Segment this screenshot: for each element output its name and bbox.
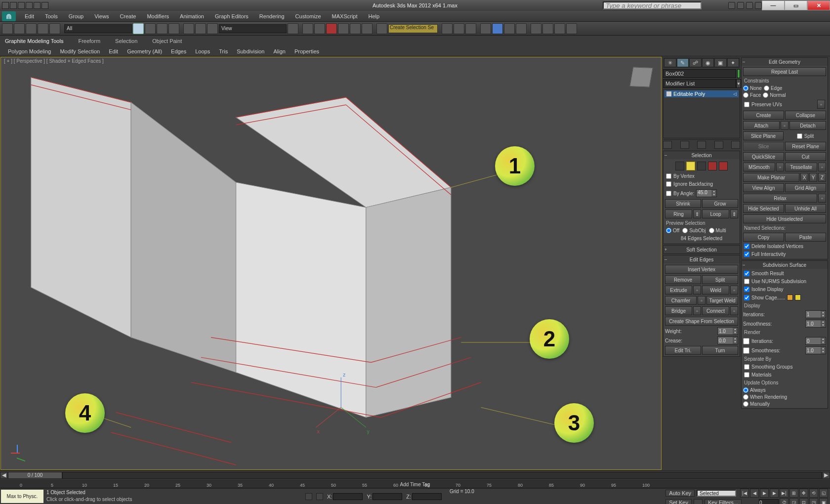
- menu-modifiers[interactable]: Modifiers: [142, 12, 174, 20]
- align-icon[interactable]: [454, 23, 464, 34]
- prev-frame-icon[interactable]: ◀: [750, 489, 759, 498]
- render-iter-spinner[interactable]: [806, 337, 821, 344]
- redo-icon[interactable]: [14, 23, 25, 34]
- loop-button[interactable]: Loop: [702, 210, 729, 218]
- qat-redo-icon[interactable]: [34, 2, 41, 9]
- key-filters-button[interactable]: Key Filters...: [705, 499, 742, 504]
- radio-update-always[interactable]: Always: [743, 387, 826, 393]
- menu-help[interactable]: Help: [364, 12, 385, 20]
- subobj-polygon-icon[interactable]: [708, 162, 717, 170]
- connect-settings-icon[interactable]: ▫: [730, 306, 738, 315]
- check-ignore-backfacing[interactable]: Ignore Backfacing: [665, 181, 738, 187]
- object-color-swatch[interactable]: [737, 69, 740, 78]
- qat-undo-icon[interactable]: [26, 2, 33, 9]
- insert-vertex-button[interactable]: Insert Vertex: [665, 265, 738, 274]
- check-sep-smoothing[interactable]: Smoothing Groups: [743, 364, 826, 370]
- chamfer-button[interactable]: Chamfer: [665, 296, 697, 305]
- ribbon-tab-freeform[interactable]: Freeform: [78, 38, 100, 44]
- coord-z-field[interactable]: [412, 493, 442, 500]
- key-big-icon[interactable]: [694, 499, 703, 504]
- rollout-soft-selection[interactable]: +Soft Selection: [663, 245, 740, 254]
- ribbon-sub-edges[interactable]: Edges: [168, 48, 189, 55]
- crease-spinner[interactable]: [718, 337, 733, 344]
- curve-editor-icon[interactable]: [492, 23, 503, 34]
- minimize-button[interactable]: —: [762, 0, 785, 10]
- subobj-element-icon[interactable]: [719, 162, 728, 170]
- time-prev-icon[interactable]: ◀: [0, 472, 8, 479]
- menu-customize[interactable]: Customize: [290, 12, 326, 20]
- make-unique-icon[interactable]: [697, 141, 706, 149]
- menu-animation[interactable]: Animation: [175, 12, 209, 20]
- msmooth-button[interactable]: MSmooth: [743, 163, 775, 171]
- application-button[interactable]: ⋒: [2, 11, 16, 21]
- collapse-button[interactable]: Collapse: [785, 111, 826, 120]
- check-by-angle[interactable]: [666, 191, 671, 196]
- cut-button[interactable]: Cut: [785, 152, 826, 161]
- nav-icon-7[interactable]: ◳: [809, 498, 818, 504]
- radio-preview-multi[interactable]: Multi: [709, 228, 726, 233]
- attach-button[interactable]: Attach: [743, 121, 780, 130]
- disp-smoothness-spinner[interactable]: [806, 320, 821, 327]
- check-isoline[interactable]: Isoline Display: [743, 286, 826, 293]
- menu-maxscript[interactable]: MAXScript: [327, 12, 363, 20]
- edit-named-sel-icon[interactable]: [376, 23, 387, 34]
- scale-icon[interactable]: [207, 23, 218, 34]
- maximize-button[interactable]: ▭: [785, 0, 807, 10]
- time-next-icon[interactable]: ▶: [822, 472, 830, 479]
- star-icon[interactable]: [746, 2, 753, 9]
- rotate-icon[interactable]: [195, 23, 206, 34]
- ref-coord-dropdown[interactable]: [219, 24, 287, 33]
- add-time-tag[interactable]: Add Time Tag: [400, 482, 430, 487]
- current-frame-field[interactable]: [759, 499, 779, 504]
- mirror-icon[interactable]: [442, 23, 453, 34]
- extrude-button[interactable]: Extrude: [665, 286, 692, 294]
- angle-snap-icon[interactable]: [338, 23, 349, 34]
- favorite-icon[interactable]: [755, 2, 762, 9]
- material-editor-icon[interactable]: [516, 23, 527, 34]
- detach-button[interactable]: Detach: [789, 121, 826, 130]
- nav-icon-5[interactable]: ◲: [789, 498, 798, 504]
- coord-y-field[interactable]: [373, 493, 402, 500]
- ribbon-sub-loops[interactable]: Loops: [192, 48, 213, 55]
- tess-settings-icon[interactable]: ▫: [818, 163, 826, 171]
- pin-stack-icon[interactable]: [663, 141, 672, 149]
- abs-rel-icon[interactable]: [316, 493, 323, 500]
- ribbon-tab-selection[interactable]: Selection: [115, 38, 137, 44]
- check-split[interactable]: Split: [785, 131, 826, 140]
- selection-filter-dropdown[interactable]: [64, 24, 132, 33]
- tab-motion-icon[interactable]: ◉: [702, 58, 714, 67]
- auto-key-button[interactable]: Auto Key: [665, 490, 695, 497]
- edit-tri-button[interactable]: Edit Tri.: [665, 346, 701, 355]
- render-setup-icon[interactable]: [531, 23, 541, 34]
- teapot-render-icon[interactable]: [566, 23, 577, 34]
- close-button[interactable]: ✕: [807, 0, 830, 10]
- planar-y-button[interactable]: Y: [809, 173, 817, 182]
- extrude-settings-icon[interactable]: ▫: [693, 286, 701, 294]
- radio-none[interactable]: None: [743, 85, 762, 91]
- set-key-button[interactable]: Set Key: [665, 499, 692, 504]
- snap-toggle-icon[interactable]: [326, 23, 337, 34]
- bridge-settings-icon[interactable]: ▫: [693, 306, 701, 315]
- radio-face[interactable]: Face: [743, 92, 761, 98]
- grid-align-button[interactable]: Grid Align: [785, 183, 826, 192]
- check-use-nurms[interactable]: Use NURMS Subdivision: [743, 278, 826, 285]
- quickslice-button[interactable]: QuickSlice: [743, 152, 784, 161]
- layers-icon[interactable]: [465, 23, 476, 34]
- nav-icon-6[interactable]: ⊡: [799, 498, 808, 504]
- tab-utilities-icon[interactable]: ✦: [727, 58, 740, 67]
- time-slider-handle[interactable]: 0 / 100: [8, 472, 62, 479]
- tessellate-button[interactable]: Tessellate: [785, 163, 817, 171]
- configure-sets-icon[interactable]: [731, 141, 740, 149]
- slice-button[interactable]: Slice: [743, 142, 784, 151]
- check-sep-materials[interactable]: Materials: [743, 372, 826, 378]
- copy-sel-button[interactable]: Copy: [743, 233, 784, 242]
- ribbon-sub-geometry[interactable]: Geometry (All): [124, 48, 165, 55]
- undo-icon[interactable]: [2, 23, 13, 34]
- percent-snap-icon[interactable]: [350, 23, 361, 34]
- bind-space-warp-icon[interactable]: [49, 23, 60, 34]
- bridge-button[interactable]: Bridge: [665, 306, 692, 315]
- menu-tools[interactable]: Tools: [40, 12, 63, 20]
- attach-list-icon[interactable]: ▫: [781, 121, 788, 130]
- chevron-down-icon[interactable]: ▼: [736, 79, 741, 88]
- quick-access-toolbar[interactable]: [2, 2, 48, 9]
